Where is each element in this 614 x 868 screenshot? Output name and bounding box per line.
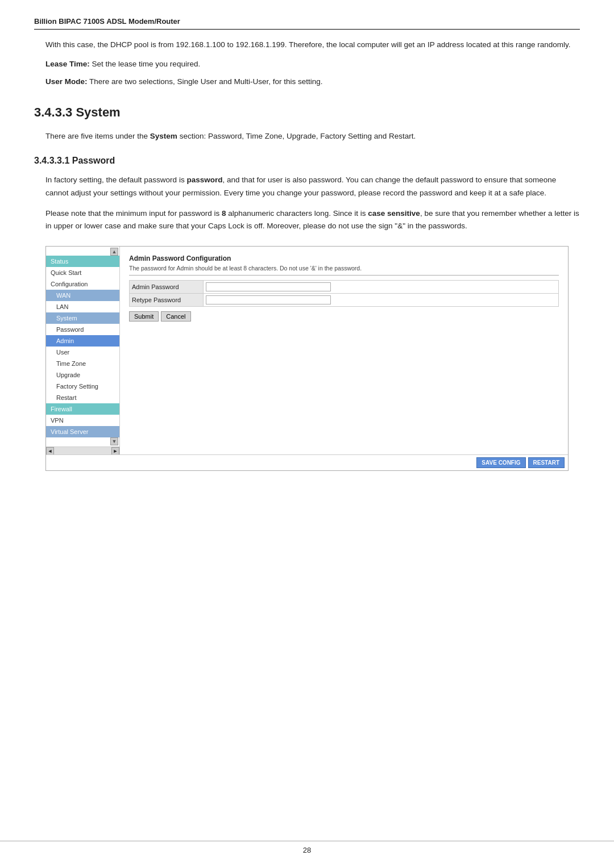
config-table: Admin Password Retype Password [129,280,559,307]
section-number: 3.4.3.3 [34,105,72,119]
sidebar-item-admin[interactable]: Admin [46,335,119,347]
sidebar-scroll-left[interactable]: ◄ [46,447,54,455]
router-ui-inner: ▲ Status Quick Start Configuration WAN L… [46,247,568,454]
retype-password-input[interactable] [206,295,331,304]
user-mode-text: There are two selections, Single User an… [88,77,323,86]
subsection-para2: Please note that the minimum input for p… [34,207,580,233]
save-config-button[interactable]: SAVE CONFIG [476,457,525,468]
subsection-number: 3.4.3.3.1 [34,156,69,165]
intro-para1-text: With this case, the DHCP pool is from 19… [45,40,571,49]
sidebar-item-firewall[interactable]: Firewall [46,403,119,415]
sidebar-item-timezone[interactable]: Time Zone [46,358,119,369]
lease-label: Lease Time: [45,60,90,68]
subsection-heading: 3.4.3.3.1 Password [34,156,580,166]
section-title: System [76,105,120,119]
sidebar-item-wan[interactable]: WAN [46,290,119,301]
subsection-para1: In factory setting, the default password… [34,174,580,199]
page-footer: 28 [0,841,614,854]
table-row: Retype Password [130,294,559,307]
sidebar-scroll-down[interactable]: ▼ [110,437,118,445]
sidebar: ▲ Status Quick Start Configuration WAN L… [46,247,120,454]
admin-config-title: Admin Password Configuration [129,254,559,262]
sidebar-scroll-right[interactable]: ► [111,447,119,455]
retype-password-label: Retype Password [130,294,204,307]
submit-button[interactable]: Submit [129,311,159,322]
section-intro: There are five items under the System se… [34,130,580,143]
intro-para1: With this case, the DHCP pool is from 19… [34,39,580,51]
admin-config-note: The password for Admin should be at leas… [129,265,559,276]
admin-password-label: Admin Password [130,281,204,294]
user-mode-para: User Mode: There are two selections, Sin… [34,76,580,88]
sidebar-item-lan[interactable]: LAN [46,301,119,312]
main-panel: Admin Password Configuration The passwor… [120,247,568,454]
lease-time-para: Lease Time: Set the lease time you requi… [34,58,580,70]
admin-password-cell [204,281,559,294]
router-ui: ▲ Status Quick Start Configuration WAN L… [45,246,569,471]
sidebar-item-virtualserver[interactable]: Virtual Server [46,426,119,437]
form-buttons: Submit Cancel [129,311,559,322]
router-bottom-bar: SAVE CONFIG RESTART [46,454,568,470]
user-mode-label: User Mode: [45,77,88,86]
sidebar-item-vpn[interactable]: VPN [46,415,119,426]
sidebar-item-status[interactable]: Status [46,256,119,267]
table-row: Admin Password [130,281,559,294]
sidebar-scroll-up[interactable]: ▲ [110,248,118,256]
retype-password-cell [204,294,559,307]
header-title-text: Billion BIPAC 7100S ADSL Modem/Router [34,17,180,26]
sidebar-item-configuration[interactable]: Configuration [46,278,119,290]
section-heading: 3.4.3.3 System [34,105,580,120]
lease-text: Set the lease time you required. [90,60,200,68]
document-header: Billion BIPAC 7100S ADSL Modem/Router [34,17,580,30]
cancel-button[interactable]: Cancel [161,311,190,322]
page-number: 28 [303,846,311,854]
sidebar-item-quickstart[interactable]: Quick Start [46,267,119,278]
sidebar-item-upgrade[interactable]: Upgrade [46,369,119,381]
sidebar-item-password[interactable]: Password [46,324,119,335]
admin-password-input[interactable] [206,282,331,291]
restart-button[interactable]: RESTART [528,457,565,468]
sidebar-item-restart[interactable]: Restart [46,392,119,403]
sidebar-horiz-scroll: ◄ ► [46,446,119,454]
sidebar-item-factorysetting[interactable]: Factory Setting [46,381,119,392]
page-wrapper: Billion BIPAC 7100S ADSL Modem/Router Wi… [0,0,614,868]
subsection-title: Password [72,156,115,165]
sidebar-item-user[interactable]: User [46,347,119,358]
sidebar-item-system[interactable]: System [46,312,119,324]
